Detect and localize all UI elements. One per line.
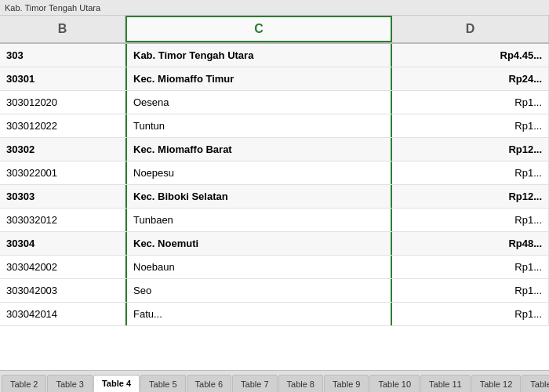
table-row: 303012020OesenaRp1... [0,91,549,114]
table-row: 303042014Fatu...Rp1... [0,303,549,326]
cell-d-0: Rp4.45... [392,44,549,67]
cell-c-8: Kec. Noemuti [125,232,392,255]
cell-d-4: Rp12... [392,138,549,161]
cell-d-9: Rp1... [392,256,549,278]
cell-d-10: Rp1... [392,279,549,302]
cell-b-1: 30301 [0,67,125,90]
tab-tab6[interactable]: Table 7 [232,375,277,392]
cell-b-3: 303012022 [0,114,125,137]
tab-tab3[interactable]: Table 4 [93,375,140,392]
cell-d-7: Rp1... [392,209,549,231]
table-row: 303042002NoebaunRp1... [0,256,549,279]
spreadsheet: B C D 303Kab. Timor Tengah UtaraRp4.45..… [0,16,549,370]
tab-tab11[interactable]: Table 12 [471,375,522,392]
cell-c-10: Seo [125,279,392,302]
tab-bar: Table 2Table 3Table 4Table 5Table 6Table… [0,370,549,392]
cell-b-9: 303042002 [0,256,125,278]
cell-d-1: Rp24... [392,67,549,90]
cell-b-8: 30304 [0,232,125,255]
cell-b-6: 30303 [0,185,125,208]
col-header-b: B [0,16,125,42]
cell-c-4: Kec. Miomaffo Barat [125,138,392,161]
table-row: 30304Kec. NoemutiRp48... [0,232,549,256]
cell-b-2: 303012020 [0,91,125,114]
cell-b-10: 303042003 [0,279,125,302]
cell-c-0: Kab. Timor Tengah Utara [125,44,392,67]
cell-c-1: Kec. Miomaffo Timur [125,67,392,90]
cell-b-7: 303032012 [0,209,125,231]
cell-c-2: Oesena [125,91,392,114]
cell-d-2: Rp1... [392,91,549,114]
table-row: 303032012TunbaenRp1... [0,209,549,232]
cell-b-4: 30302 [0,138,125,161]
col-header-c: C [125,16,392,42]
tab-tab1[interactable]: Table 2 [2,375,46,392]
title-bar: Kab. Timor Tengah Utara [0,0,549,16]
table-row: 303042003SeoRp1... [0,279,549,303]
cell-c-7: Tunbaen [125,209,392,231]
column-headers: B C D [0,16,549,44]
table-row: 30302Kec. Miomaffo BaratRp12... [0,138,549,162]
tab-tab7[interactable]: Table 8 [278,375,323,392]
cell-b-11: 303042014 [0,303,125,325]
cell-d-11: Rp1... [392,303,549,325]
tab-tab9[interactable]: Table 10 [369,375,420,392]
cell-d-3: Rp1... [392,114,549,137]
table-row: 303022001NoepesuRp1... [0,162,549,185]
title-text: Kab. Timor Tengah Utara [5,3,100,13]
col-header-d: D [392,16,549,42]
tab-tab8[interactable]: Table 9 [324,375,369,392]
cell-b-5: 303022001 [0,162,125,184]
table-row: 30303Kec. Biboki SelatanRp12... [0,185,549,209]
cell-c-11: Fatu... [125,303,392,325]
tab-tab10[interactable]: Table 11 [420,375,471,392]
cell-d-6: Rp12... [392,185,549,208]
cell-c-5: Noepesu [125,162,392,184]
table-row: 30301Kec. Miomaffo TimurRp24... [0,67,549,91]
cell-c-9: Noebaun [125,256,392,278]
cell-d-8: Rp48... [392,232,549,255]
tab-tab12[interactable]: Table 13... [522,375,549,392]
cell-c-3: Tuntun [125,114,392,137]
cell-b-0: 303 [0,44,125,67]
tab-tab4[interactable]: Table 5 [140,375,185,392]
table-row: 303Kab. Timor Tengah UtaraRp4.45... [0,44,549,67]
tab-tab2[interactable]: Table 3 [47,375,92,392]
tab-tab5[interactable]: Table 6 [187,375,231,392]
data-table: 303Kab. Timor Tengah UtaraRp4.45...30301… [0,44,549,370]
table-row: 303012022TuntunRp1... [0,114,549,138]
cell-d-5: Rp1... [392,162,549,184]
cell-c-6: Kec. Biboki Selatan [125,185,392,208]
